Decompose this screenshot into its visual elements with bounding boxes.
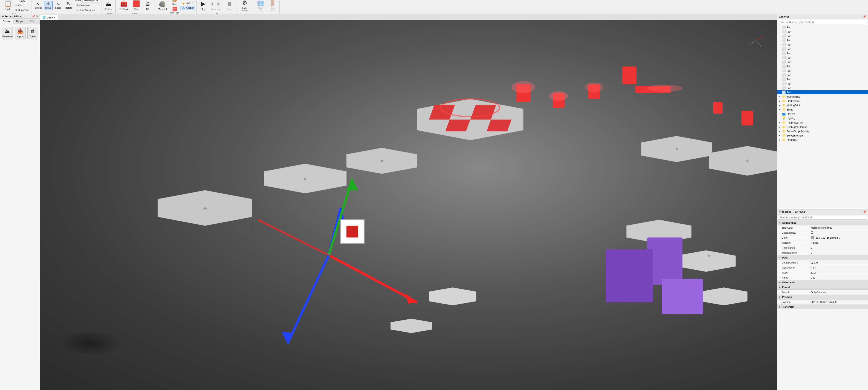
viewport[interactable]: X Y Z ✦ <box>40 20 777 390</box>
collisions-checkbox[interactable]: ☑ Collisions <box>75 3 99 7</box>
explorer-item-bomb-19[interactable]: ▶ 📁 Bomb <box>777 107 868 112</box>
terrain-clear-button[interactable]: 🗑 Clear <box>27 27 38 39</box>
move-icon: ✛ <box>46 2 50 6</box>
duplicate-button[interactable]: ⧉ Duplicate <box>14 8 30 12</box>
terrain-tab-create[interactable]: Create <box>0 19 13 24</box>
item-icon: ⬜ <box>782 90 786 94</box>
properties-list: ▼ Appearance BrickColor Medium stone gre… <box>777 220 868 390</box>
color-swatch[interactable] <box>811 236 814 239</box>
explorer-item-part-2[interactable]: ⬜ Part <box>777 34 868 38</box>
color-button[interactable]: 🎨 Color <box>170 0 180 6</box>
explorer-item-end-15[interactable]: ⬜ End <box>777 90 868 94</box>
explorer-item-lighting-21[interactable]: 💡 Lighting <box>777 116 868 120</box>
reflectance-input[interactable] <box>811 246 866 249</box>
copy-button[interactable]: 📄 Copy <box>14 0 30 3</box>
terrain-editor-close[interactable]: ✕ <box>36 15 38 18</box>
move-button[interactable]: ✛ Move <box>44 1 53 10</box>
transparency-input[interactable] <box>811 251 866 254</box>
terrain-tab-region[interactable]: Region <box>13 19 27 24</box>
explorer-item-trampolines-16[interactable]: ▶ 📁 Trampolines <box>777 94 868 99</box>
explorer-pin[interactable]: 📌 <box>863 15 866 18</box>
game-settings-button[interactable]: ⚙ GameSettings <box>239 0 250 12</box>
name-input[interactable] <box>811 276 866 279</box>
resume-icon: ⏵⏵ <box>210 0 222 7</box>
ui-button[interactable]: 🖥 UI <box>143 0 153 11</box>
appearance-expand-arrow: ▼ <box>779 221 781 224</box>
mode-select[interactable]: Geometric Surface <box>82 0 99 3</box>
explorer-item-part-14[interactable]: ⬜ Part <box>777 86 868 90</box>
explorer-item-serverscriptservice-24[interactable]: ▶ 📁 ServerScriptService <box>777 129 868 133</box>
explorer-item-movingbrick-18[interactable]: ▶ 📁 MovingBrick <box>777 103 868 107</box>
properties-pin[interactable]: 📌 <box>863 210 866 213</box>
item-label: Part <box>786 30 791 33</box>
properties-filter-input[interactable] <box>778 215 867 220</box>
svg-point-24 <box>549 91 568 100</box>
svg-rect-53 <box>346 226 358 238</box>
position-section-header[interactable]: ▶ Position <box>777 295 868 300</box>
parent-section-header[interactable]: ▶ Parent <box>777 285 868 290</box>
explorer-item-part-5[interactable]: ⬜ Part <box>777 47 868 51</box>
explorer-item-part-4[interactable]: ⬜ Part <box>777 42 868 47</box>
color-edit-button[interactable]: ✏ Color Edit <box>169 6 180 14</box>
prop-brickcolor: BrickColor Medium stone grey <box>777 225 868 230</box>
material-button[interactable]: 🪨 Material <box>156 0 169 11</box>
explorer-item-part-13[interactable]: ⬜ Part <box>777 81 868 86</box>
explorer-item-part-11[interactable]: ⬜ Part <box>777 73 868 77</box>
play-button[interactable]: ▶ Play <box>198 0 208 11</box>
transform-section-header[interactable]: ▶ Transform <box>777 304 868 309</box>
viewport-tab-obby[interactable]: 🌐 Obby ✕ <box>40 15 58 20</box>
rotate-button[interactable]: ↻ Rotate <box>64 1 73 10</box>
explorer-item-part-0[interactable]: ⬜ Part <box>777 25 868 29</box>
explorer-item-startergui-26[interactable]: ▶ 📁 StarterGui <box>777 138 868 142</box>
explorer-item-part-10[interactable]: ⬜ Part <box>777 68 868 73</box>
explorer-item-part-8[interactable]: ⬜ Part <box>777 60 868 64</box>
explorer-item-part-3[interactable]: ⬜ Part <box>777 38 868 42</box>
join-surfaces-checkbox[interactable]: ☑ Join Surfaces <box>75 8 99 12</box>
castshadow-checkbox[interactable]: ☑ <box>811 231 813 234</box>
terrain-import-button[interactable]: 📥 Import <box>14 27 26 39</box>
expand-arrow: ▶ <box>779 130 781 132</box>
explorer-item-part-6[interactable]: ⬜ Part <box>777 51 868 55</box>
explorer-item-replicatedstorage-23[interactable]: ▶ 📁 ReplicatedStorage <box>777 125 868 129</box>
terrain-editor-pin[interactable]: 📌 <box>32 15 35 18</box>
explorer-item-part-9[interactable]: ⬜ Part <box>777 64 868 68</box>
terrain-tab-bar: Create Region Edit <box>0 19 40 24</box>
exit-game-button[interactable]: 🚪 ExitGame <box>267 0 278 12</box>
anchor-button[interactable]: ⚓ Anchor <box>181 6 195 10</box>
team-test-button[interactable]: 👥 TeamTest <box>255 0 266 12</box>
explorer-item-part-7[interactable]: ⬜ Part <box>777 55 868 60</box>
cut-button[interactable]: ✂ Cut <box>14 3 30 7</box>
data-section-header[interactable]: ▼ Data <box>777 255 868 260</box>
terrain-editor-button[interactable]: ⛰ Editor <box>103 0 114 11</box>
scale-button[interactable]: ⤡ Scale <box>54 1 63 10</box>
viewport-tab-close[interactable]: ✕ <box>54 16 56 19</box>
select-button[interactable]: ↖ Select <box>33 1 43 10</box>
explorer-item-part-1[interactable]: ⬜ Part <box>777 29 868 34</box>
orientation-section-header[interactable]: ▶ Orientation <box>777 280 868 285</box>
explorer-item-startspawn-17[interactable]: ▶ 📁 StartSpawn <box>777 99 868 103</box>
toolbox-button[interactable]: 🧰 Toolbox <box>117 0 130 11</box>
resume-button[interactable]: ⏵⏵ Resume <box>208 0 224 11</box>
rotate-icon: ↻ <box>67 2 71 6</box>
item-icon: ⬜ <box>782 64 786 68</box>
appearance-section-header[interactable]: ▼ Appearance <box>777 220 868 225</box>
item-label: ServerStorage <box>786 134 803 137</box>
explorer-item-players-20[interactable]: 👥 Players <box>777 112 868 116</box>
explorer-item-part-12[interactable]: ⬜ Part <box>777 77 868 81</box>
color-icon: 🎨 <box>172 0 178 2</box>
item-icon: 📁 <box>782 99 786 102</box>
lock-button[interactable]: 🔒 Lock ▼ <box>181 1 195 5</box>
stop-icon: ⏹ <box>226 0 232 7</box>
item-label: Part <box>786 65 791 68</box>
lock-icon: 🔒 <box>182 2 185 5</box>
paste-button[interactable]: 📋 Paste <box>2 0 14 11</box>
terrain-generate-button[interactable]: ⛰ Generate <box>2 27 13 39</box>
item-icon: ⬜ <box>782 82 786 85</box>
terrain-tab-edit[interactable]: Edit <box>27 19 37 24</box>
explorer-item-replicatedfirst-22[interactable]: ▶ 📁 ReplicatedFirst <box>777 120 868 125</box>
part-button[interactable]: 🟥 Part <box>131 0 142 11</box>
explorer-filter-input[interactable] <box>778 20 867 24</box>
material-icon: 🪨 <box>159 0 166 7</box>
explorer-item-serverstorage-25[interactable]: ▶ 📁 ServerStorage <box>777 133 868 138</box>
stop-button[interactable]: ⏹ Stop <box>224 0 235 11</box>
